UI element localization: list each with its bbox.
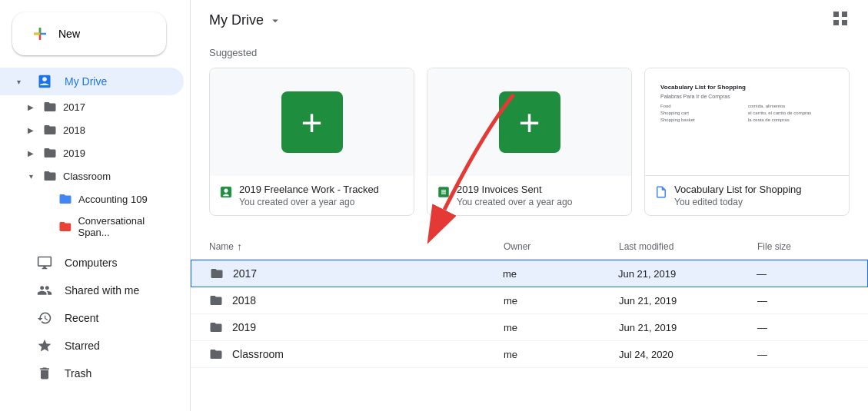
- row-owner-2018: me: [504, 295, 619, 307]
- sort-icon: ↑: [237, 240, 242, 253]
- sidebar-computers-label: Computers: [65, 257, 117, 269]
- col-owner-label: Owner: [504, 241, 530, 252]
- sidebar-tree-classroom[interactable]: ▾ Classroom: [0, 164, 184, 187]
- tree-label-2019: 2019: [63, 147, 85, 159]
- card1-subtitle: You created over a year ago: [239, 197, 404, 207]
- sidebar-tree-2018[interactable]: ▶ 2018: [0, 118, 184, 141]
- col-name-label: Name: [209, 241, 234, 252]
- suggested-card-1[interactable]: + 2019 Freelance Work - Tracked You crea…: [209, 68, 414, 216]
- row-modified-2018: Jun 21, 2019: [619, 295, 757, 307]
- row-filename-2018: 2018: [232, 294, 256, 307]
- starred-icon: [37, 338, 52, 353]
- doc-row3-col2: la cesta de compras: [748, 118, 833, 122]
- card3-type-icon: [654, 185, 668, 201]
- table-row[interactable]: 2017 me Jun 21, 2019 —: [191, 260, 868, 287]
- sidebar: New ▾ My Drive ▶ 2017 ▶ 2018 ▶ 2019 ▾ Cl…: [0, 0, 191, 411]
- card3-title: Vocabulary List for Shopping: [674, 184, 840, 195]
- card2-preview: +: [427, 68, 631, 176]
- card2-green-plus: +: [499, 91, 560, 153]
- main-header: My Drive: [191, 0, 868, 41]
- trash-icon: [37, 366, 52, 381]
- sidebar-item-shared[interactable]: Shared with me: [0, 277, 184, 304]
- card3-doc-table: Foodcomida, alimentos Shopping cartel ca…: [660, 104, 833, 122]
- card1-green-plus: +: [281, 91, 343, 153]
- card3-doc-heading: Vocabulary List for Shopping: [660, 84, 833, 91]
- folder-icon-conversational: [58, 220, 72, 234]
- sidebar-my-drive-label: My Drive: [65, 75, 107, 88]
- col-modified-label: Last modified: [619, 241, 673, 252]
- row-owner-2019: me: [504, 322, 619, 333]
- card1-info: 2019 Freelance Work - Tracked You create…: [210, 176, 414, 215]
- sidebar-item-trash[interactable]: Trash: [0, 360, 184, 387]
- sidebar-tree-accounting[interactable]: ▶ Accounting 109: [0, 187, 184, 210]
- sidebar-tree-conversational[interactable]: ▶ Conversational Span...: [0, 210, 184, 243]
- sidebar-item-my-drive[interactable]: ▾ My Drive: [0, 68, 184, 95]
- suggested-card-3[interactable]: Vocabulary List for Shopping Palabras Pa…: [644, 68, 850, 216]
- tree-chevron-2018: ▶: [25, 124, 37, 136]
- card1-type-icon: [219, 185, 233, 201]
- row-filename-classroom: Classroom: [232, 348, 284, 360]
- card1-text: 2019 Freelance Work - Tracked You create…: [239, 184, 404, 207]
- sidebar-trash-label: Trash: [65, 367, 91, 380]
- row-modified-classroom: Jul 24, 2020: [619, 349, 757, 360]
- card3-preview: Vocabulary List for Shopping Palabras Pa…: [645, 68, 849, 176]
- table-row[interactable]: Classroom me Jul 24, 2020 —: [191, 341, 868, 368]
- card3-doc-content: Vocabulary List for Shopping Palabras Pa…: [654, 78, 840, 128]
- suggested-cards: + 2019 Freelance Work - Tracked You crea…: [191, 68, 868, 234]
- sidebar-shared-label: Shared with me: [65, 284, 139, 297]
- shared-icon: [37, 283, 52, 298]
- tree-chevron-2019: ▶: [25, 147, 37, 159]
- tree-label-accounting: Accounting 109: [78, 194, 148, 205]
- card2-info: 2019 Invoices Sent You created over a ye…: [427, 176, 631, 215]
- row-modified-2017: Jun 21, 2019: [618, 268, 757, 280]
- row-folder-icon-classroom: [209, 347, 223, 361]
- sidebar-item-starred[interactable]: Starred: [0, 332, 184, 360]
- table-row[interactable]: 2019 me Jun 21, 2019 —: [191, 314, 868, 341]
- file-table-container: Name ↑ Owner Last modified File size 201…: [191, 234, 868, 368]
- tree-chevron-classroom: ▾: [25, 170, 37, 182]
- row-name-2019: 2019: [209, 320, 504, 334]
- sidebar-item-recent[interactable]: Recent: [0, 304, 184, 332]
- sidebar-recent-label: Recent: [65, 312, 98, 324]
- sidebar-item-computers[interactable]: Computers: [0, 249, 184, 277]
- suggested-card-2[interactable]: + 2019 Invoices Sent You created over a …: [427, 68, 632, 216]
- drive-title-dropdown-icon[interactable]: [268, 14, 282, 28]
- doc-row2-col2: el carrito, el carrito de compras: [748, 111, 833, 115]
- doc-row2-col1: Shopping cart: [660, 111, 746, 115]
- table-row[interactable]: 2018 me Jun 21, 2019 —: [191, 287, 868, 314]
- card1-title: 2019 Freelance Work - Tracked: [239, 184, 404, 195]
- card3-text: Vocabulary List for Shopping You edited …: [674, 184, 840, 207]
- row-folder-icon-2017: [210, 267, 224, 280]
- card2-text: 2019 Invoices Sent You created over a ye…: [457, 184, 622, 207]
- sidebar-tree-2019[interactable]: ▶ 2019: [0, 141, 184, 164]
- tree-label-classroom: Classroom: [63, 171, 111, 182]
- new-button-label: New: [58, 28, 80, 40]
- sidebar-tree-2017[interactable]: ▶ 2017: [0, 95, 184, 118]
- col-owner[interactable]: Owner: [504, 240, 619, 253]
- row-modified-2019: Jun 21, 2019: [619, 322, 757, 333]
- folder-icon-classroom: [43, 169, 57, 183]
- computers-icon: [37, 255, 52, 270]
- doc-row3-col1: Shopping basket: [660, 118, 746, 122]
- row-size-2018: —: [757, 295, 850, 307]
- drive-title-text: My Drive: [209, 12, 264, 28]
- folder-icon-2019: [43, 146, 57, 160]
- row-filename-2017: 2017: [233, 267, 257, 280]
- row-size-2019: —: [757, 322, 850, 333]
- row-owner-2017: me: [503, 268, 618, 280]
- col-modified[interactable]: Last modified: [619, 240, 757, 253]
- row-owner-classroom: me: [504, 349, 619, 360]
- col-name[interactable]: Name ↑: [209, 240, 504, 253]
- row-folder-icon-2018: [209, 293, 223, 307]
- card1-preview: +: [210, 68, 414, 176]
- card2-title: 2019 Invoices Sent: [457, 184, 622, 195]
- row-name-2017: 2017: [210, 267, 503, 280]
- suggested-label: Suggested: [191, 41, 868, 68]
- row-filename-2019: 2019: [232, 321, 256, 333]
- new-button[interactable]: New: [12, 12, 166, 55]
- col-size[interactable]: File size: [757, 240, 850, 253]
- folder-icon-2017: [43, 100, 57, 114]
- grid-view-button[interactable]: [831, 9, 850, 31]
- sidebar-starred-label: Starred: [65, 340, 100, 352]
- row-size-classroom: —: [757, 349, 850, 360]
